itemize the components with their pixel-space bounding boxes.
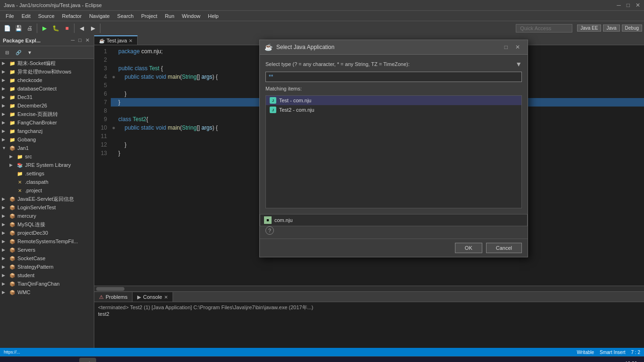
tree-item[interactable]: ▶ 📦 JavaEE-Servlet返回信息 — [0, 195, 94, 203]
browser-button[interactable]: 🌐 — [60, 358, 77, 362]
new-button[interactable]: 📄 — [2, 23, 12, 33]
editor-tab-testjava[interactable]: ☕ Test.java ✕ — [94, 35, 138, 45]
perspective-javaee[interactable]: Java EE — [577, 25, 601, 32]
tree-item[interactable]: ▶ 📦 student — [0, 271, 94, 280]
maximize-button[interactable]: □ — [627, 2, 630, 8]
shield-app-button[interactable]: 🛡 — [98, 358, 115, 362]
expand-icon: ▶ — [2, 247, 8, 252]
tree-item[interactable]: 📁 .settings — [0, 169, 94, 178]
tab-close[interactable]: ✕ — [129, 38, 132, 43]
eclipse-taskbar-btn[interactable]: ☕ — [79, 358, 96, 362]
next-button[interactable]: ▶ — [88, 23, 98, 33]
sidebar-close[interactable]: ✕ — [84, 37, 91, 44]
tree-item[interactable]: ▶ 📁 期末-Socket编程 — [0, 59, 94, 67]
main-toolbar: 📄 💾 🖨 ▶ 🐛 ■ ◀ ▶ Java EE Java Debug — [0, 21, 644, 35]
tree-item[interactable]: ▶ 📁 Execise-页面跳转 — [0, 110, 94, 118]
select-java-app-dialog[interactable]: ☕ Select Java Application □ ✕ Select typ… — [259, 40, 528, 257]
quick-access-input[interactable] — [516, 24, 572, 33]
prev-button[interactable]: ◀ — [76, 23, 87, 33]
tree-item[interactable]: ▶ 📁 Gobang — [0, 135, 94, 144]
start-button[interactable]: ⊞ — [4, 358, 21, 362]
collapse-all[interactable]: ⊟ — [2, 47, 12, 58]
project-icon: 📦 — [8, 221, 16, 228]
menu-search[interactable]: Search — [114, 12, 138, 20]
tree-item[interactable]: ✕ .classpath — [0, 178, 94, 186]
task-view-button[interactable]: ⬡ — [23, 358, 40, 362]
tree-item[interactable]: ▶ 📚 JRE System Library — [0, 161, 94, 169]
expand-icon: ▶ — [2, 197, 8, 201]
minimize-button[interactable]: ─ — [617, 2, 621, 8]
menu-edit[interactable]: Edit — [18, 12, 34, 20]
tree-item[interactable]: ▶ 📦 LoginServletTest — [0, 203, 94, 212]
sidebar-menu[interactable]: ▼ — [25, 47, 35, 58]
matching-items-list[interactable]: J Test - com.nju J Test2 - com.nju — [265, 95, 522, 208]
tree-item[interactable]: ✕ .project — [0, 186, 94, 195]
dialog-window-controls: □ ✕ — [502, 43, 523, 51]
insert-mode: Smart Insert — [600, 350, 625, 355]
save-button[interactable]: 💾 — [13, 23, 24, 33]
console-close[interactable]: ✕ — [164, 295, 168, 300]
menu-project[interactable]: Project — [137, 12, 161, 20]
run-button[interactable]: ▶ — [39, 23, 50, 33]
tree-item[interactable]: ▶ 📁 FangChanBroker — [0, 118, 94, 127]
expand-icon: ▶ — [9, 163, 15, 167]
tree-item[interactable]: ▶ 📁 fangchanzj — [0, 127, 94, 135]
sidebar-maximize[interactable]: □ — [77, 37, 83, 44]
menu-help[interactable]: Help — [204, 12, 223, 20]
matching-items-label: Matching items: — [265, 86, 522, 91]
menu-navigate[interactable]: Navigate — [85, 12, 113, 20]
ok-button[interactable]: OK — [455, 243, 482, 253]
expand-icon: ▶ — [2, 230, 8, 235]
project-icon: 📦 — [8, 144, 16, 152]
perspective-java[interactable]: Java — [603, 25, 619, 32]
tree-item[interactable]: ▼ 📦 Jan1 — [0, 144, 94, 152]
expand-icon: ▶ — [2, 264, 8, 269]
expand-icon: ▶ — [2, 281, 8, 286]
tree-item[interactable]: ▶ 📦 RemoteSystemsTempFil... — [0, 237, 94, 246]
tree-item[interactable]: ▶ 📁 checkcode — [0, 76, 94, 84]
list-item-test2[interactable]: J Test2 - com.nju — [266, 105, 521, 115]
tab-console[interactable]: ▶ Console ✕ — [132, 292, 173, 302]
list-item-test[interactable]: J Test - com.nju — [266, 96, 521, 105]
link-editor[interactable]: 🔗 — [13, 47, 24, 58]
expand-icon: ▶ — [2, 205, 8, 210]
menu-run[interactable]: Run — [161, 12, 178, 20]
debug-button[interactable]: 🐛 — [50, 23, 61, 33]
tree-item[interactable]: ▶ 📦 projectDec30 — [0, 229, 94, 237]
print-button[interactable]: 🖨 — [25, 23, 35, 33]
folder-icon: 📁 — [8, 119, 16, 126]
expand-icon: ▶ — [2, 273, 8, 278]
cancel-button[interactable]: Cancel — [486, 243, 522, 253]
tree-item[interactable]: ▶ 📦 StrategyPattern — [0, 263, 94, 271]
tree-item[interactable]: ▶ 📁 异常处理throw和throws — [0, 67, 94, 76]
tree-item[interactable]: ▶ 📁 December26 — [0, 101, 94, 110]
sidebar-minimize[interactable]: ─ — [70, 37, 76, 44]
tree-item[interactable]: ▶ 📦 MySQL连接 — [0, 220, 94, 229]
tree-item[interactable]: ▶ 📁 src — [0, 152, 94, 161]
menu-window[interactable]: Window — [178, 12, 204, 20]
tree-item[interactable]: ▶ 📦 Servers — [0, 246, 94, 254]
horizontal-scrollbar[interactable] — [94, 286, 644, 291]
tree-item[interactable]: ▶ 📁 Dec31 — [0, 93, 94, 101]
scrollbar-thumb[interactable] — [96, 287, 124, 291]
file-explorer-button[interactable]: 📁 — [41, 358, 58, 362]
help-icon[interactable]: ? — [265, 226, 274, 235]
tree-item[interactable]: ▶ 📁 databaseContect — [0, 84, 94, 93]
type-filter-input[interactable] — [265, 72, 522, 82]
tree-item[interactable]: ▶ 📦 SocketCase — [0, 254, 94, 263]
menu-file[interactable]: File — [2, 12, 18, 20]
dialog-maximize[interactable]: □ — [502, 43, 511, 51]
tab-problems[interactable]: ⚠ Problems — [94, 292, 132, 302]
tree-item[interactable]: ▶ 📦 WMC — [0, 288, 94, 296]
menu-source[interactable]: Source — [34, 12, 58, 20]
tree-item[interactable]: ▶ 📦 TianQinFangChan — [0, 280, 94, 288]
tree-item[interactable]: ▶ 📦 mercury — [0, 212, 94, 220]
perspective-debug[interactable]: Debug — [622, 25, 642, 32]
wps-button[interactable]: W — [136, 358, 153, 362]
close-button[interactable]: ✕ — [636, 2, 640, 8]
stop-button[interactable]: ■ — [62, 23, 72, 33]
dialog-close[interactable]: ✕ — [512, 43, 523, 51]
chat-button[interactable]: 💬 — [117, 358, 134, 362]
menu-refactor[interactable]: Refactor — [58, 12, 86, 20]
expand-icon: ▶ — [2, 239, 8, 244]
